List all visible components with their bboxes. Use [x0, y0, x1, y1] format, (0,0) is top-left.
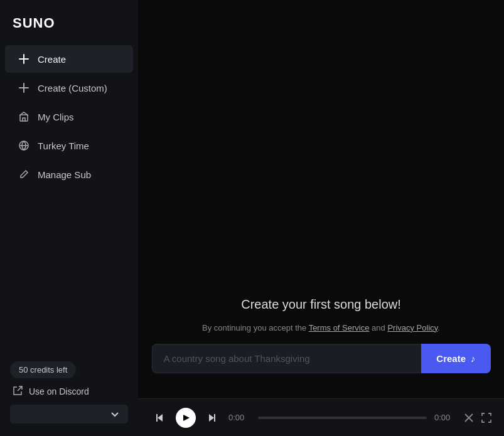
tos-and: and [369, 323, 387, 332]
dropdown-button[interactable] [10, 405, 128, 423]
nav-list: Create Create (Custom) My Clips [0, 44, 138, 351]
input-row: Create ♪ [152, 344, 491, 373]
previous-button[interactable] [151, 409, 168, 427]
sidebar-bottom: 50 credits left Use on Discord [0, 351, 138, 436]
time-current: 0:00 [228, 413, 250, 422]
sidebar-item-create[interactable]: Create [5, 45, 133, 73]
sidebar-item-turkey-time-label: Turkey Time [38, 141, 89, 151]
progress-bar[interactable] [258, 417, 427, 419]
discord-link-label: Use on Discord [29, 386, 89, 396]
sidebar-item-my-clips[interactable]: My Clips [5, 103, 133, 130]
globe-icon [18, 139, 30, 152]
sidebar-item-manage-sub-label: Manage Sub [38, 169, 91, 180]
logo-area: SUNO [0, 0, 138, 44]
logo: SUNO [13, 15, 55, 31]
tos-text: By continuing you accept the Terms of Se… [202, 322, 440, 334]
tos-suffix: . [437, 323, 440, 332]
sidebar-item-create-custom[interactable]: Create (Custom) [5, 74, 133, 102]
create-song-button[interactable]: Create ♪ [421, 344, 490, 373]
discord-link[interactable]: Use on Discord [10, 383, 128, 400]
sidebar-item-manage-sub[interactable]: Manage Sub [5, 161, 133, 188]
sidebar: SUNO Create Create (Custom) [0, 0, 138, 436]
song-prompt-input[interactable] [152, 344, 422, 373]
main-area: Create your first song below! By continu… [138, 0, 504, 436]
play-button[interactable] [176, 408, 196, 428]
create-button-label: Create [436, 353, 466, 364]
close-player-button[interactable] [464, 413, 474, 423]
external-link-icon [13, 386, 24, 397]
credits-badge: 50 credits left [10, 361, 76, 378]
plus-custom-icon [18, 82, 30, 94]
music-note-icon: ♪ [471, 353, 476, 364]
player-bar: 0:00 0:00 [138, 398, 504, 436]
home-icon [18, 110, 30, 123]
prompt-area: Create your first song below! By continu… [139, 297, 503, 374]
next-button[interactable] [203, 409, 221, 427]
edit-icon [18, 168, 30, 181]
privacy-link[interactable]: Privacy Policy [387, 323, 437, 332]
sidebar-item-my-clips-label: My Clips [38, 112, 74, 122]
expand-player-button[interactable] [481, 413, 491, 423]
create-first-song-heading: Create your first song below! [241, 297, 401, 312]
tos-prefix: By continuing you accept the [202, 323, 309, 332]
sidebar-item-create-custom-label: Create (Custom) [38, 83, 107, 93]
plus-icon [18, 53, 30, 65]
tos-link[interactable]: Terms of Service [309, 323, 370, 332]
main-content: Create your first song below! By continu… [138, 0, 504, 398]
sidebar-item-create-label: Create [38, 54, 66, 65]
time-total: 0:00 [434, 413, 456, 422]
sidebar-item-turkey-time[interactable]: Turkey Time [5, 132, 133, 159]
